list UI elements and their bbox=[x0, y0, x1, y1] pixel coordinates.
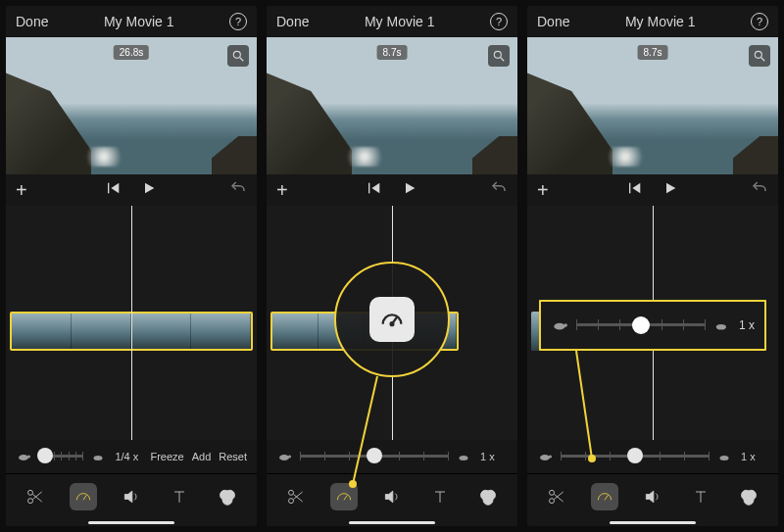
svg-point-25 bbox=[288, 456, 291, 459]
add-media-button[interactable]: + bbox=[276, 179, 288, 202]
speed-control-row: 1 x bbox=[527, 440, 778, 473]
speedometer-icon[interactable] bbox=[591, 483, 618, 510]
rabbit-icon bbox=[457, 451, 472, 462]
turtle-icon bbox=[551, 318, 568, 332]
speed-slider-knob[interactable] bbox=[627, 448, 643, 463]
speed-value: 1 x bbox=[480, 451, 508, 462]
play-button[interactable] bbox=[662, 180, 678, 200]
svg-point-37 bbox=[483, 495, 493, 505]
volume-icon[interactable] bbox=[639, 483, 666, 510]
done-button[interactable]: Done bbox=[276, 14, 309, 29]
add-media-button[interactable]: + bbox=[16, 179, 27, 202]
svg-line-20 bbox=[501, 58, 505, 62]
filters-icon[interactable] bbox=[474, 483, 502, 510]
clip-duration-badge: 8.7s bbox=[638, 45, 668, 60]
zoom-icon[interactable] bbox=[227, 45, 249, 67]
svg-rect-21 bbox=[368, 183, 369, 194]
speedometer-icon bbox=[369, 297, 415, 342]
rabbit-icon bbox=[91, 451, 107, 462]
freeze-button[interactable]: Freeze bbox=[150, 451, 183, 462]
titles-icon[interactable] bbox=[426, 483, 454, 510]
undo-button[interactable] bbox=[490, 179, 508, 201]
undo-button[interactable] bbox=[229, 179, 247, 201]
svg-line-31 bbox=[344, 495, 347, 500]
add-media-button[interactable]: + bbox=[537, 179, 549, 202]
svg-point-18 bbox=[222, 495, 232, 505]
svg-marker-45 bbox=[666, 183, 675, 194]
reset-speed-button[interactable]: Reset bbox=[219, 451, 247, 462]
titles-icon[interactable] bbox=[166, 483, 193, 510]
done-button[interactable]: Done bbox=[537, 14, 569, 29]
speed-slider[interactable] bbox=[576, 316, 706, 334]
bottom-toolbar bbox=[6, 473, 257, 518]
filters-icon[interactable] bbox=[735, 483, 762, 510]
help-icon[interactable]: ? bbox=[229, 13, 247, 30]
speedometer-icon[interactable] bbox=[70, 483, 97, 510]
speed-slider[interactable] bbox=[300, 449, 449, 464]
timeline[interactable] bbox=[6, 206, 257, 440]
scissors-icon[interactable] bbox=[22, 483, 49, 510]
filters-icon[interactable] bbox=[214, 483, 241, 510]
transport-bar: + bbox=[267, 174, 517, 206]
bottom-toolbar bbox=[267, 473, 517, 518]
header: Done My Movie 1 ? bbox=[6, 6, 257, 37]
volume-icon[interactable] bbox=[378, 483, 406, 510]
speed-slider[interactable] bbox=[561, 449, 710, 464]
svg-marker-3 bbox=[111, 183, 119, 194]
svg-point-19 bbox=[494, 51, 501, 58]
scissors-icon[interactable] bbox=[282, 483, 310, 510]
prev-button[interactable] bbox=[106, 180, 122, 200]
callout-speed-slider: 1 x bbox=[539, 300, 766, 351]
speed-control-row: 1 x bbox=[267, 440, 517, 473]
speed-slider-knob[interactable] bbox=[367, 448, 382, 463]
project-title: My Movie 1 bbox=[569, 14, 751, 29]
svg-point-61 bbox=[564, 323, 567, 326]
svg-line-53 bbox=[605, 495, 608, 500]
prev-button[interactable] bbox=[367, 180, 382, 200]
callout-speedometer bbox=[334, 262, 450, 377]
undo-button[interactable] bbox=[751, 179, 768, 201]
svg-line-12 bbox=[83, 495, 86, 500]
svg-line-1 bbox=[240, 58, 244, 62]
header: Done My Movie 1 ? bbox=[527, 6, 778, 37]
svg-marker-4 bbox=[145, 183, 154, 194]
zoom-icon[interactable] bbox=[488, 45, 510, 67]
video-preview[interactable]: 8.7s bbox=[267, 37, 517, 174]
svg-point-60 bbox=[554, 323, 564, 330]
help-icon[interactable]: ? bbox=[490, 13, 508, 30]
speed-slider-knob[interactable] bbox=[37, 448, 53, 463]
turtle-icon bbox=[276, 451, 292, 462]
playhead[interactable] bbox=[131, 206, 132, 440]
scissors-icon[interactable] bbox=[543, 483, 570, 510]
svg-point-41 bbox=[755, 51, 761, 58]
svg-point-9 bbox=[28, 498, 33, 503]
speed-value: 1 x bbox=[739, 318, 755, 332]
screen-1: Done My Movie 1 ? 26.8s + bbox=[6, 6, 257, 526]
play-button[interactable] bbox=[141, 180, 157, 200]
video-preview[interactable]: 26.8s bbox=[6, 37, 257, 174]
add-speed-button[interactable]: Add bbox=[192, 451, 212, 462]
svg-point-7 bbox=[94, 456, 103, 460]
home-indicator bbox=[6, 518, 257, 526]
volume-icon[interactable] bbox=[118, 483, 145, 510]
screen-3: Done My Movie 1 ? 8.7s + 1 x bbox=[527, 6, 778, 526]
play-button[interactable] bbox=[402, 180, 417, 200]
svg-point-8 bbox=[28, 490, 33, 495]
home-indicator bbox=[267, 518, 517, 526]
video-preview[interactable]: 8.7s bbox=[527, 37, 778, 174]
help-icon[interactable]: ? bbox=[751, 13, 768, 30]
speed-slider-knob[interactable] bbox=[632, 316, 650, 334]
speed-value: 1/4 x bbox=[115, 451, 142, 462]
speed-slider[interactable] bbox=[39, 449, 83, 464]
svg-point-5 bbox=[19, 455, 28, 460]
svg-marker-32 bbox=[385, 491, 393, 503]
titles-icon[interactable] bbox=[687, 483, 714, 510]
zoom-icon[interactable] bbox=[749, 45, 770, 67]
svg-marker-22 bbox=[371, 183, 379, 194]
svg-marker-23 bbox=[406, 183, 415, 194]
done-button[interactable]: Done bbox=[16, 14, 48, 29]
svg-rect-2 bbox=[108, 183, 109, 194]
clip-duration-badge: 8.7s bbox=[377, 45, 408, 60]
transport-bar: + bbox=[527, 174, 778, 206]
prev-button[interactable] bbox=[627, 180, 643, 200]
